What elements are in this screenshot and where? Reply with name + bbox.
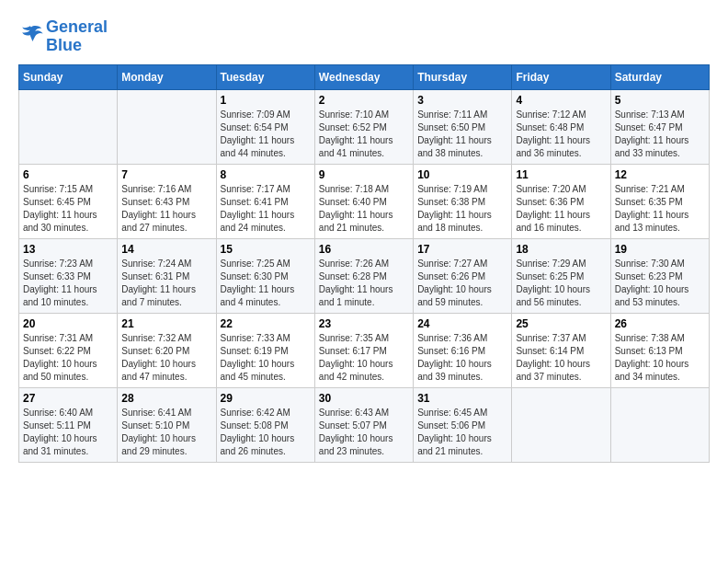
calendar-cell: 16Sunrise: 7:26 AM Sunset: 6:28 PM Dayli… <box>314 238 413 313</box>
page-header: General Blue <box>18 18 710 55</box>
calendar-cell: 7Sunrise: 7:16 AM Sunset: 6:43 PM Daylig… <box>118 164 216 238</box>
calendar-cell: 23Sunrise: 7:35 AM Sunset: 6:17 PM Dayli… <box>314 313 413 387</box>
calendar-cell: 1Sunrise: 7:09 AM Sunset: 6:54 PM Daylig… <box>216 89 314 164</box>
day-number: 12 <box>615 168 705 181</box>
day-info: Sunrise: 7:26 AM Sunset: 6:28 PM Dayligh… <box>319 258 409 309</box>
day-info: Sunrise: 6:45 AM Sunset: 5:06 PM Dayligh… <box>417 407 507 458</box>
day-info: Sunrise: 7:23 AM Sunset: 6:33 PM Dayligh… <box>23 258 113 309</box>
day-info: Sunrise: 7:27 AM Sunset: 6:26 PM Dayligh… <box>417 258 507 309</box>
calendar-cell: 31Sunrise: 6:45 AM Sunset: 5:06 PM Dayli… <box>414 387 512 462</box>
day-info: Sunrise: 7:37 AM Sunset: 6:14 PM Dayligh… <box>516 332 606 384</box>
weekday-header: Tuesday <box>216 64 314 89</box>
calendar-cell: 4Sunrise: 7:12 AM Sunset: 6:48 PM Daylig… <box>512 89 610 164</box>
day-number: 22 <box>221 317 311 330</box>
calendar-cell <box>610 387 709 462</box>
calendar-cell: 6Sunrise: 7:15 AM Sunset: 6:45 PM Daylig… <box>19 164 118 238</box>
weekday-header: Sunday <box>19 64 118 89</box>
day-info: Sunrise: 7:36 AM Sunset: 6:16 PM Dayligh… <box>417 332 507 384</box>
day-info: Sunrise: 7:10 AM Sunset: 6:52 PM Dayligh… <box>319 109 409 160</box>
day-number: 10 <box>417 168 507 181</box>
day-number: 7 <box>121 168 211 181</box>
day-number: 31 <box>417 392 507 405</box>
day-info: Sunrise: 7:17 AM Sunset: 6:41 PM Dayligh… <box>221 183 311 235</box>
day-number: 15 <box>221 243 311 256</box>
calendar-cell: 18Sunrise: 7:29 AM Sunset: 6:25 PM Dayli… <box>512 238 610 313</box>
day-number: 18 <box>516 243 606 256</box>
logo-icon <box>18 22 44 48</box>
day-info: Sunrise: 6:41 AM Sunset: 5:10 PM Dayligh… <box>121 407 211 458</box>
day-number: 4 <box>516 94 606 107</box>
weekday-row: SundayMondayTuesdayWednesdayThursdayFrid… <box>19 64 710 89</box>
calendar-cell: 28Sunrise: 6:41 AM Sunset: 5:10 PM Dayli… <box>118 387 216 462</box>
day-info: Sunrise: 7:15 AM Sunset: 6:45 PM Dayligh… <box>23 183 113 235</box>
calendar-cell: 12Sunrise: 7:21 AM Sunset: 6:35 PM Dayli… <box>610 164 709 238</box>
day-info: Sunrise: 7:21 AM Sunset: 6:35 PM Dayligh… <box>615 183 705 235</box>
calendar-cell: 3Sunrise: 7:11 AM Sunset: 6:50 PM Daylig… <box>414 89 512 164</box>
day-number: 11 <box>516 168 606 181</box>
day-info: Sunrise: 6:42 AM Sunset: 5:08 PM Dayligh… <box>221 407 311 458</box>
day-info: Sunrise: 7:19 AM Sunset: 6:38 PM Dayligh… <box>417 183 507 235</box>
day-info: Sunrise: 7:29 AM Sunset: 6:25 PM Dayligh… <box>516 258 606 309</box>
day-info: Sunrise: 6:43 AM Sunset: 5:07 PM Dayligh… <box>319 407 409 458</box>
calendar-cell: 14Sunrise: 7:24 AM Sunset: 6:31 PM Dayli… <box>118 238 216 313</box>
calendar-cell <box>118 89 216 164</box>
calendar-week-row: 27Sunrise: 6:40 AM Sunset: 5:11 PM Dayli… <box>19 387 710 462</box>
day-number: 24 <box>417 317 507 330</box>
calendar-cell: 20Sunrise: 7:31 AM Sunset: 6:22 PM Dayli… <box>19 313 118 387</box>
day-info: Sunrise: 7:24 AM Sunset: 6:31 PM Dayligh… <box>121 258 211 309</box>
calendar-cell: 22Sunrise: 7:33 AM Sunset: 6:19 PM Dayli… <box>216 313 314 387</box>
day-number: 13 <box>23 243 113 256</box>
calendar-cell: 10Sunrise: 7:19 AM Sunset: 6:38 PM Dayli… <box>414 164 512 238</box>
day-info: Sunrise: 7:09 AM Sunset: 6:54 PM Dayligh… <box>221 109 311 160</box>
day-number: 29 <box>221 392 311 405</box>
calendar-week-row: 13Sunrise: 7:23 AM Sunset: 6:33 PM Dayli… <box>19 238 710 313</box>
logo: General Blue <box>18 18 108 55</box>
calendar-cell: 26Sunrise: 7:38 AM Sunset: 6:13 PM Dayli… <box>610 313 709 387</box>
day-number: 6 <box>23 168 113 181</box>
calendar-cell: 13Sunrise: 7:23 AM Sunset: 6:33 PM Dayli… <box>19 238 118 313</box>
day-number: 27 <box>23 392 113 405</box>
day-info: Sunrise: 7:11 AM Sunset: 6:50 PM Dayligh… <box>417 109 507 160</box>
day-info: Sunrise: 7:12 AM Sunset: 6:48 PM Dayligh… <box>516 109 606 160</box>
weekday-header: Monday <box>118 64 216 89</box>
day-number: 16 <box>319 243 409 256</box>
calendar-cell: 2Sunrise: 7:10 AM Sunset: 6:52 PM Daylig… <box>314 89 413 164</box>
calendar-cell: 11Sunrise: 7:20 AM Sunset: 6:36 PM Dayli… <box>512 164 610 238</box>
day-info: Sunrise: 7:18 AM Sunset: 6:40 PM Dayligh… <box>319 183 409 235</box>
day-number: 30 <box>319 392 409 405</box>
calendar-table: SundayMondayTuesdayWednesdayThursdayFrid… <box>18 64 710 463</box>
calendar-cell: 30Sunrise: 6:43 AM Sunset: 5:07 PM Dayli… <box>314 387 413 462</box>
day-info: Sunrise: 7:30 AM Sunset: 6:23 PM Dayligh… <box>615 258 705 309</box>
day-number: 1 <box>221 94 311 107</box>
calendar-week-row: 6Sunrise: 7:15 AM Sunset: 6:45 PM Daylig… <box>19 164 710 238</box>
logo-text: General Blue <box>46 18 108 55</box>
day-number: 17 <box>417 243 507 256</box>
calendar-cell: 27Sunrise: 6:40 AM Sunset: 5:11 PM Dayli… <box>19 387 118 462</box>
day-info: Sunrise: 6:40 AM Sunset: 5:11 PM Dayligh… <box>23 407 113 458</box>
calendar-cell: 29Sunrise: 6:42 AM Sunset: 5:08 PM Dayli… <box>216 387 314 462</box>
day-number: 8 <box>221 168 311 181</box>
calendar-cell: 8Sunrise: 7:17 AM Sunset: 6:41 PM Daylig… <box>216 164 314 238</box>
calendar-cell: 15Sunrise: 7:25 AM Sunset: 6:30 PM Dayli… <box>216 238 314 313</box>
calendar-body: 1Sunrise: 7:09 AM Sunset: 6:54 PM Daylig… <box>19 89 710 462</box>
weekday-header: Thursday <box>414 64 512 89</box>
day-number: 23 <box>319 317 409 330</box>
day-info: Sunrise: 7:16 AM Sunset: 6:43 PM Dayligh… <box>121 183 211 235</box>
weekday-header: Friday <box>512 64 610 89</box>
calendar-cell: 9Sunrise: 7:18 AM Sunset: 6:40 PM Daylig… <box>314 164 413 238</box>
calendar-cell: 5Sunrise: 7:13 AM Sunset: 6:47 PM Daylig… <box>610 89 709 164</box>
day-number: 9 <box>319 168 409 181</box>
calendar-cell: 25Sunrise: 7:37 AM Sunset: 6:14 PM Dayli… <box>512 313 610 387</box>
day-number: 26 <box>615 317 705 330</box>
day-info: Sunrise: 7:20 AM Sunset: 6:36 PM Dayligh… <box>516 183 606 235</box>
calendar-cell <box>19 89 118 164</box>
day-info: Sunrise: 7:32 AM Sunset: 6:20 PM Dayligh… <box>121 332 211 384</box>
day-number: 19 <box>615 243 705 256</box>
calendar-cell: 24Sunrise: 7:36 AM Sunset: 6:16 PM Dayli… <box>414 313 512 387</box>
day-number: 21 <box>121 317 211 330</box>
weekday-header: Saturday <box>610 64 709 89</box>
day-number: 20 <box>23 317 113 330</box>
day-number: 5 <box>615 94 705 107</box>
day-number: 14 <box>121 243 211 256</box>
day-number: 3 <box>417 94 507 107</box>
